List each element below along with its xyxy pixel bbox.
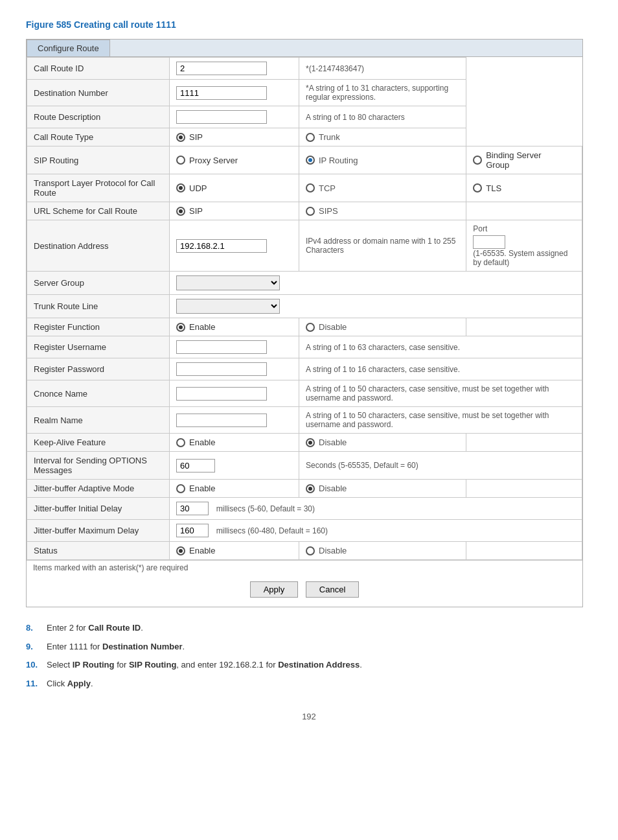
radio-cell-tls: TLS [466, 174, 582, 202]
select-cell-server-group [170, 272, 582, 295]
realm-name-input[interactable] [176, 414, 267, 427]
radio-binding-label[interactable]: Binding Server Group [473, 150, 566, 170]
input-cell-interval [170, 452, 299, 480]
label-register-password: Register Password [27, 358, 170, 380]
row-realm-name: Realm Name A string of 1 to 50 character… [27, 407, 582, 434]
jitter-initial-input[interactable] [176, 502, 209, 515]
radio-sip-url-icon [176, 207, 185, 216]
radio-sips-label[interactable]: SIPS [306, 206, 450, 216]
hint-destination-address: IPv4 address or domain name with 1 to 25… [299, 220, 466, 272]
radio-sip-url-label[interactable]: SIP [176, 206, 283, 216]
row-route-description: Route Description A string of 1 to 80 ch… [27, 106, 582, 128]
register-password-input[interactable] [176, 362, 267, 376]
port-input[interactable] [473, 235, 505, 249]
radio-tls-label[interactable]: TLS [473, 183, 566, 193]
trunk-route-select[interactable] [176, 299, 280, 314]
radio-ka-enable-label[interactable]: Enable [176, 438, 283, 447]
radio-ip-label[interactable]: IP Routing [306, 156, 450, 165]
destination-number-input[interactable] [176, 86, 267, 100]
hint-route-description: A string of 1 to 80 characters [299, 106, 466, 128]
row-jitter-max: Jitter-buffer Maximum Delay millisecs (6… [27, 520, 582, 542]
hint-destination-number: *A string of 1 to 31 characters, support… [299, 80, 466, 106]
button-row: Apply Cancel [27, 575, 582, 607]
radio-cell-status-disable: Disable [299, 542, 466, 560]
row-register-function: Register Function Enable Disable [27, 318, 582, 336]
radio-udp-label[interactable]: UDP [176, 183, 283, 193]
radio-trunk-cell: Trunk [299, 128, 466, 146]
server-group-select[interactable] [176, 275, 280, 290]
radio-trunk-label[interactable]: Trunk [306, 132, 340, 142]
radio-ka-enable-icon [176, 438, 185, 447]
radio-status-enable-label[interactable]: Enable [176, 546, 283, 555]
instruction-9: 9. Enter 1111 for Destination Number. [26, 639, 592, 655]
row-keep-alive: Keep-Alive Feature Enable Disable [27, 434, 582, 452]
label-cnonce-name: Cnonce Name [27, 380, 170, 407]
label-jitter-max: Jitter-buffer Maximum Delay [27, 520, 170, 542]
radio-reg-enable-label[interactable]: Enable [176, 322, 283, 332]
radio-jitter-disable-label[interactable]: Disable [306, 484, 450, 493]
route-description-input[interactable] [176, 110, 267, 124]
input-cell-jitter-initial: millisecs (5-60, Default = 30) [170, 498, 582, 520]
radio-reg-enable-icon [176, 323, 185, 332]
port-cell: Port (1-65535. System assigned by defaul… [466, 220, 582, 272]
radio-tcp-icon [306, 183, 315, 192]
row-trunk-route-line: Trunk Route Line [27, 295, 582, 318]
apply-button[interactable]: Apply [250, 581, 299, 598]
radio-cell-ka-disable: Disable [299, 434, 466, 452]
radio-tcp-label[interactable]: TCP [306, 183, 450, 193]
step-num-10: 10. [26, 657, 41, 673]
interval-options-input[interactable] [176, 459, 215, 472]
radio-cell-sips: SIPS [299, 202, 466, 220]
instruction-8-text: Enter 2 for Call Route ID. [47, 620, 143, 636]
label-interval-options: Interval for Sending OPTIONS Messages [27, 452, 170, 480]
cnonce-name-input[interactable] [176, 387, 267, 401]
label-status: Status [27, 542, 170, 560]
radio-status-disable-icon [306, 546, 315, 555]
label-route-description: Route Description [27, 106, 170, 128]
empty-cell-url [466, 202, 582, 220]
radio-status-disable-label[interactable]: Disable [306, 546, 450, 555]
label-sip-routing: SIP Routing [27, 146, 170, 174]
page-number: 192 [26, 712, 592, 721]
input-cell-jitter-max: millisecs (60-480, Default = 160) [170, 520, 582, 542]
tab-configure-route[interactable]: Configure Route [27, 40, 110, 56]
hint-call-route-id: *(1-2147483647) [299, 58, 466, 80]
label-realm-name: Realm Name [27, 407, 170, 434]
call-route-id-input[interactable] [176, 62, 267, 75]
input-cell-destination-address [170, 220, 299, 272]
radio-cell-ka-enable: Enable [170, 434, 299, 452]
radio-sips-icon [306, 207, 315, 216]
row-sip-routing: SIP Routing Proxy Server IP Routing Bind… [27, 146, 582, 174]
radio-jitter-enable-label[interactable]: Enable [176, 484, 283, 493]
radio-proxy-label[interactable]: Proxy Server [176, 156, 283, 165]
radio-ka-disable-label[interactable]: Disable [306, 438, 450, 447]
radio-sip-label[interactable]: SIP [176, 132, 203, 142]
destination-address-input[interactable] [176, 239, 267, 253]
radio-binding-icon [473, 156, 482, 165]
label-jitter-adaptive: Jitter-buffer Adaptive Mode [27, 480, 170, 498]
hint-interval: Seconds (5-65535, Default = 60) [299, 452, 582, 480]
label-keep-alive: Keep-Alive Feature [27, 434, 170, 452]
instruction-11-text: Click Apply. [47, 676, 93, 692]
label-transport-protocol: Transport Layer Protocol for Call Route [27, 174, 170, 202]
radio-cell-jitter-enable: Enable [170, 480, 299, 498]
radio-cell-sip-url: SIP [170, 202, 299, 220]
radio-cell-ip: IP Routing [299, 146, 466, 174]
register-username-input[interactable] [176, 340, 267, 354]
hint-jitter-max: millisecs (60-480, Default = 160) [216, 526, 328, 535]
label-server-group: Server Group [27, 272, 170, 295]
jitter-max-input[interactable] [176, 524, 209, 537]
input-cell-realm [170, 407, 299, 434]
instruction-10: 10. Select IP Routing for SIP Routing, a… [26, 657, 592, 673]
radio-cell-jitter-disable: Disable [299, 480, 466, 498]
configure-route-form: Configure Route Call Route ID *(1-214748… [26, 39, 583, 607]
row-server-group: Server Group [27, 272, 582, 295]
radio-cell-call-route-type: SIP [170, 128, 299, 146]
empty-status [466, 542, 582, 560]
radio-trunk-icon [306, 133, 315, 142]
radio-jitter-disable-icon [306, 484, 315, 493]
cancel-button[interactable]: Cancel [306, 581, 359, 598]
radio-reg-disable-label[interactable]: Disable [306, 322, 450, 332]
row-transport-protocol: Transport Layer Protocol for Call Route … [27, 174, 582, 202]
port-label: Port [473, 224, 487, 233]
